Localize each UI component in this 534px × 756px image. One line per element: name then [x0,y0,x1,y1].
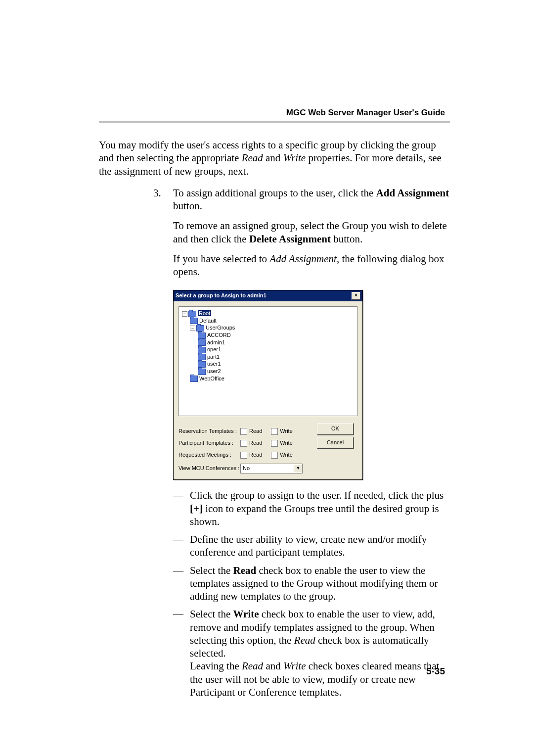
group-tree[interactable]: −Root Default −UserGroups ACCORD admin1 … [178,306,357,416]
text-bold: Read [233,565,256,576]
folder-icon [198,354,206,360]
tree-node-root[interactable]: Root [198,310,211,316]
folder-icon [188,311,196,317]
tree-node[interactable]: user2 [207,368,221,374]
header-rule [99,121,450,123]
tree-node[interactable]: admin1 [207,339,225,345]
folder-icon [198,339,206,346]
list-item: — Click the group to assign to the user.… [173,489,450,528]
text: button. [331,233,362,245]
text: button. [173,200,202,212]
text: To assign additional groups to the user,… [173,187,376,199]
dash-icon: — [173,489,190,528]
dash-icon: — [173,564,190,603]
folder-icon [198,347,206,353]
text: and [263,660,283,672]
list-item: — Select the Write check box to enable t… [173,608,450,699]
assign-group-dialog: Select a group to Assign to admin1 × −Ro… [173,290,363,480]
read-checkbox[interactable] [240,452,247,459]
dialog-titlebar: Select a group to Assign to admin1 × [174,290,362,301]
folder-icon [190,318,198,324]
chevron-down-icon[interactable]: ▼ [294,465,302,472]
text: If you have selected to [173,253,269,265]
checkbox-label: Read [249,440,262,447]
text-bold: [+] [190,503,203,515]
tree-node[interactable]: oper1 [207,346,221,352]
folder-icon [198,332,206,339]
folder-icon [198,361,206,368]
text: Select the [190,565,233,576]
folder-icon [190,376,198,382]
tree-node[interactable]: WebOffice [199,376,224,381]
write-checkbox[interactable] [271,452,278,459]
dialog-body: −Root Default −UserGroups ACCORD admin1 … [174,301,362,421]
text-bold: Write [233,608,259,620]
close-icon[interactable]: × [352,292,360,300]
checkbox-label: Write [280,440,292,447]
page-content: You may modify the user's access rights … [99,139,450,699]
view-mcu-select[interactable]: No ▼ [240,464,303,473]
tree-node[interactable]: UserGroups [206,325,235,331]
text-italic: Read [294,634,315,646]
checkbox-label: Write [280,428,292,435]
row-label: View MCU Conferences : [178,465,240,472]
intro-paragraph: You may modify the user's access rights … [99,139,450,178]
row-label: Requested Meetings : [178,452,240,459]
tree-node[interactable]: user1 [207,361,221,367]
dash-icon: — [173,533,190,559]
sub-bullet-list: — Click the group to assign to the user.… [173,489,450,699]
text-bold: Add Assignment [376,187,449,199]
text: Define the user ability to view, create … [190,533,450,559]
text-italic: Write [283,152,306,164]
text-bold: Delete Assignment [249,233,331,245]
folder-icon [198,369,206,375]
collapse-icon[interactable]: − [182,311,187,317]
requested-meetings-row: Requested Meetings : Read Write [178,452,357,459]
dialog-footer: OK Cancel Reservation Templates : Read W… [174,421,362,479]
write-checkbox[interactable] [271,440,278,447]
text-italic: Write [283,660,306,672]
page-header: MGC Web Server Manager User's Guide [286,108,445,118]
text-italic: Add Assignment [269,253,337,265]
checkbox-label: Read [249,428,262,435]
checkbox-label: Write [280,452,292,459]
page-number: 5-35 [426,666,445,677]
step-number: 3. [153,187,173,285]
checkbox-label: Read [249,452,262,459]
tree-node[interactable]: Default [199,318,217,324]
list-item: — Define the user ability to view, creat… [173,533,450,559]
text: Leaving the [190,660,242,672]
write-checkbox[interactable] [271,428,278,435]
ok-button[interactable]: OK [317,423,354,435]
tree-node[interactable]: ACCORD [207,332,231,338]
select-value: No [243,465,250,472]
collapse-icon[interactable]: − [190,326,195,331]
step-body: To assign additional groups to the user,… [173,187,450,285]
tree-node[interactable]: part1 [207,354,220,360]
dash-icon: — [173,608,190,699]
read-checkbox[interactable] [240,440,247,447]
cancel-button[interactable]: Cancel [317,437,354,449]
text: Select the [190,608,233,620]
read-checkbox[interactable] [240,428,247,435]
view-mcu-row: View MCU Conferences : No ▼ [178,464,357,473]
folder-icon [196,325,204,331]
text: and [263,152,283,164]
list-item: — Select the Read check box to enable th… [173,564,450,603]
row-label: Participant Templates : [178,440,240,447]
dialog-title: Select a group to Assign to admin1 [176,292,267,299]
text: Click the group to assign to the user. I… [190,489,444,501]
step-3: 3. To assign additional groups to the us… [99,187,450,285]
text-italic: Read [242,152,263,164]
text-italic: Read [242,660,263,672]
text: icon to expand the Groups tree until the… [190,503,439,527]
row-label: Reservation Templates : [178,428,240,435]
